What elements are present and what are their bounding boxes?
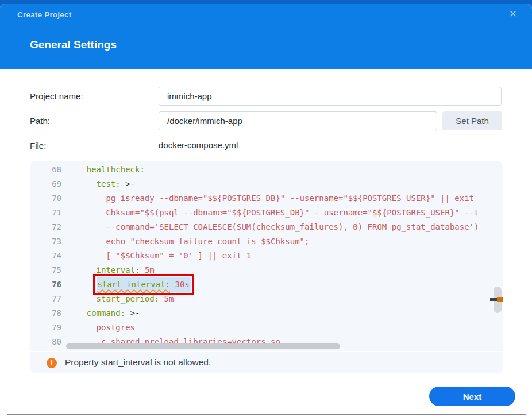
line-number: 78: [30, 306, 67, 321]
line-number: 75: [30, 263, 67, 277]
line-number: 69: [30, 177, 67, 191]
code-line: 75 interval: 5m: [30, 263, 503, 277]
horizontal-scrollbar[interactable]: [66, 343, 340, 349]
path-input[interactable]: [159, 111, 437, 130]
yaml-code-editor[interactable]: 68 healthcheck:69 test: >-70 pg_isready …: [30, 161, 503, 351]
file-label: File:: [30, 141, 46, 150]
line-number: 72: [30, 220, 67, 234]
screen: Create Project ✕ General Settings Projec…: [0, 0, 532, 417]
code-line: 68 healthcheck:: [30, 163, 503, 177]
line-number: 80: [30, 335, 67, 349]
code-lines: 68 healthcheck:69 test: >-70 pg_isready …: [30, 163, 503, 349]
background-window-edge-right: [521, 69, 521, 415]
dialog-title: Create Project: [17, 10, 71, 19]
code-line: 76 start_interval: 30s: [30, 277, 503, 292]
set-path-button[interactable]: Set Path: [442, 111, 502, 130]
footer-divider: [0, 381, 532, 381]
code-line: 72 --command='SELECT COALESCE(SUM(checks…: [30, 220, 503, 234]
line-number: 76: [30, 277, 67, 292]
warning-icon: !: [47, 358, 57, 368]
file-value: docker-compose.yml: [159, 140, 238, 150]
code-line: 78 command: >-: [30, 306, 503, 321]
background-window-edge-bottom: [7, 414, 526, 415]
validation-error-bar: ! Property start_interval is not allowed…: [30, 352, 503, 373]
page-title: General Settings: [30, 38, 117, 51]
line-number: 70: [30, 191, 67, 206]
code-line: 69 test: >-: [30, 177, 503, 191]
scrollbar-marker-warning: [497, 297, 503, 302]
validation-error-text: Property start_interval is not allowed.: [65, 357, 211, 368]
next-button[interactable]: Next: [429, 387, 515, 406]
line-number: 73: [30, 234, 67, 249]
project-name-input[interactable]: [159, 87, 502, 106]
code-line: 71 Chksum="$$(psql --dbname="$${POSTGRES…: [30, 206, 503, 220]
line-number: 71: [30, 206, 67, 220]
path-label: Path:: [30, 116, 50, 126]
dialog-header: Create Project ✕ General Settings: [0, 4, 532, 69]
project-name-label: Project name:: [30, 91, 83, 101]
code-line: 79 postgres: [30, 321, 503, 335]
line-number: 77: [30, 292, 67, 306]
code-line: 73 echo "checksum failure count is $$Chk…: [30, 234, 503, 249]
code-line: 74 [ "$$Chksum" = '0' ] || exit 1: [30, 249, 503, 263]
code-line: 70 pg_isready --dbname="$${POSTGRES_DB}"…: [30, 191, 503, 206]
error-highlight-box: start_interval: 30s: [97, 277, 191, 292]
scrollbar-marker-dark: [490, 298, 497, 301]
code-line: 77 start_period: 5m: [30, 292, 503, 306]
line-number: 74: [30, 249, 67, 263]
close-icon[interactable]: ✕: [509, 9, 517, 20]
line-number: 68: [30, 163, 67, 177]
line-number: 79: [30, 321, 67, 335]
